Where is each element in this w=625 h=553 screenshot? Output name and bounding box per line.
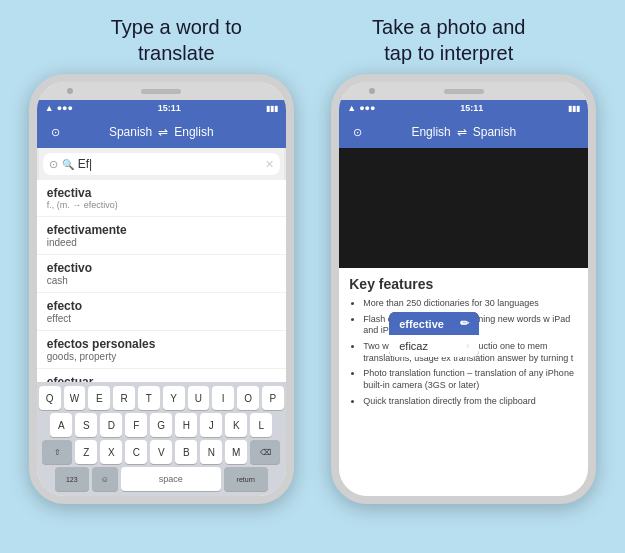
status-left-area: ▲ ●●● — [45, 103, 73, 113]
search-input-text[interactable]: Ef| — [78, 157, 261, 171]
key-b[interactable]: B — [175, 440, 197, 464]
nav-bar-left: ⊙ Spanish ⇌ English — [37, 116, 286, 148]
signal-icon: ●●● — [57, 103, 73, 113]
list-item[interactable]: efectivo cash — [37, 255, 286, 293]
battery-icon-left: ▮▮▮ — [266, 104, 278, 113]
key-space[interactable]: space — [121, 467, 221, 491]
key-m[interactable]: M — [225, 440, 247, 464]
left-phone: ▲ ●●● 15:11 ▮▮▮ ⊙ Spanish ⇌ English ⊙ 🔍 … — [29, 74, 294, 504]
key-p[interactable]: P — [262, 386, 284, 410]
status-bar-right: ▲ ●●● 15:11 ▮▮▮ — [339, 100, 588, 116]
list-item[interactable]: efectuar to carry out — [37, 369, 286, 382]
key-g[interactable]: G — [150, 413, 172, 437]
nav-from-lang-left[interactable]: Spanish — [109, 125, 152, 139]
key-f[interactable]: F — [125, 413, 147, 437]
list-item: More than 250 dictionaries for 30 langua… — [363, 298, 578, 310]
tooltip-eficaz-row[interactable]: eficaz › — [389, 335, 479, 357]
result-meta: f., (m. → efectivo) — [47, 200, 276, 210]
phone-top-bar-left — [37, 82, 286, 100]
key-q[interactable]: Q — [39, 386, 61, 410]
key-n[interactable]: N — [200, 440, 222, 464]
search-camera-icon[interactable]: ⊙ — [49, 158, 58, 171]
key-a[interactable]: A — [50, 413, 72, 437]
list-item[interactable]: efectos personales goods, property — [37, 331, 286, 369]
nav-from-lang-right[interactable]: English — [411, 125, 450, 139]
signal-icon-right: ●●● — [359, 103, 375, 113]
camera-dot-right — [369, 88, 375, 94]
keyboard-row-4: 123 ☺ space return — [39, 467, 284, 491]
keyboard-left: Q W E R T Y U I O P A S D F G H J K L — [37, 382, 286, 496]
key-backspace[interactable]: ⌫ — [250, 440, 280, 464]
key-w[interactable]: W — [64, 386, 86, 410]
key-l[interactable]: L — [250, 413, 272, 437]
battery-icon-right: ▮▮▮ — [568, 104, 580, 113]
key-s[interactable]: S — [75, 413, 97, 437]
status-time-left: 15:11 — [158, 103, 181, 113]
list-item[interactable]: efectiva f., (m. → efectivo) — [37, 180, 286, 217]
key-r[interactable]: R — [113, 386, 135, 410]
result-translation: indeed — [47, 237, 276, 248]
nav-swap-left[interactable]: ⇌ — [158, 125, 168, 139]
right-title: Take a photo and tap to interpret — [319, 14, 579, 66]
key-j[interactable]: J — [200, 413, 222, 437]
camera-icon-right[interactable]: ⊙ — [353, 126, 362, 139]
key-d[interactable]: D — [100, 413, 122, 437]
key-features-title: Key features — [349, 276, 578, 292]
search-magnify-icon: 🔍 — [62, 159, 74, 170]
right-title-line1: Take a photo and — [372, 16, 525, 38]
nav-swap-right[interactable]: ⇌ — [457, 125, 467, 139]
result-word: efectivamente — [47, 223, 276, 237]
result-translation: effect — [47, 313, 276, 324]
search-bar-left[interactable]: ⊙ 🔍 Ef| ✕ — [43, 153, 280, 175]
nav-bar-inner-right: ⊙ English ⇌ Spanish — [347, 125, 580, 139]
keyboard-row-1: Q W E R T Y U I O P — [39, 386, 284, 410]
speaker-left — [141, 89, 181, 94]
right-title-line2: tap to interpret — [384, 42, 513, 64]
result-word: efectuar — [47, 375, 276, 382]
result-word: efectos personales — [47, 337, 276, 351]
key-shift[interactable]: ⇧ — [42, 440, 72, 464]
status-right-left: ▲ ●●● — [347, 103, 375, 113]
tooltip-edit-icon: ✏ — [460, 317, 469, 330]
key-k[interactable]: K — [225, 413, 247, 437]
key-h[interactable]: H — [175, 413, 197, 437]
nav-bar-right: ⊙ English ⇌ Spanish — [339, 116, 588, 148]
camera-dot-left — [67, 88, 73, 94]
camera-icon-left[interactable]: ⊙ — [51, 126, 60, 139]
wifi-icon: ▲ — [45, 103, 54, 113]
results-list-left: efectiva f., (m. → efectivo) efectivamen… — [37, 180, 286, 382]
key-i[interactable]: I — [212, 386, 234, 410]
search-clear-icon[interactable]: ✕ — [265, 158, 274, 171]
result-word: efecto — [47, 299, 276, 313]
key-t[interactable]: T — [138, 386, 160, 410]
key-123[interactable]: 123 — [55, 467, 89, 491]
key-v[interactable]: V — [150, 440, 172, 464]
result-word: efectiva — [47, 186, 276, 200]
left-title-line1: Type a word to — [111, 16, 242, 38]
left-title-line2: translate — [138, 42, 215, 64]
wifi-icon-right: ▲ — [347, 103, 356, 113]
key-o[interactable]: O — [237, 386, 259, 410]
key-u[interactable]: U — [188, 386, 210, 410]
key-emoji[interactable]: ☺ — [92, 467, 118, 491]
status-bar-left: ▲ ●●● 15:11 ▮▮▮ — [37, 100, 286, 116]
right-phone: ▲ ●●● 15:11 ▮▮▮ ⊙ English ⇌ Spanish Key … — [331, 74, 596, 504]
keyboard-row-2: A S D F G H J K L — [39, 413, 284, 437]
key-c[interactable]: C — [125, 440, 147, 464]
key-return[interactable]: return — [224, 467, 268, 491]
list-item[interactable]: efecto effect — [37, 293, 286, 331]
status-time-right: 15:11 — [460, 103, 483, 113]
translation-tooltip[interactable]: effective ✏ eficaz › — [389, 312, 479, 357]
nav-bar-inner-left: ⊙ Spanish ⇌ English — [45, 125, 278, 139]
key-e[interactable]: E — [88, 386, 110, 410]
nav-to-lang-right[interactable]: Spanish — [473, 125, 516, 139]
nav-to-lang-left[interactable]: English — [174, 125, 213, 139]
key-y[interactable]: Y — [163, 386, 185, 410]
tooltip-eficaz-label: eficaz — [399, 340, 428, 352]
key-z[interactable]: Z — [75, 440, 97, 464]
list-item[interactable]: efectivamente indeed — [37, 217, 286, 255]
key-x[interactable]: X — [100, 440, 122, 464]
tooltip-effective-row[interactable]: effective ✏ — [389, 312, 479, 335]
list-item: Quick translation directly from the clip… — [363, 396, 578, 408]
left-title: Type a word to translate — [46, 14, 306, 66]
